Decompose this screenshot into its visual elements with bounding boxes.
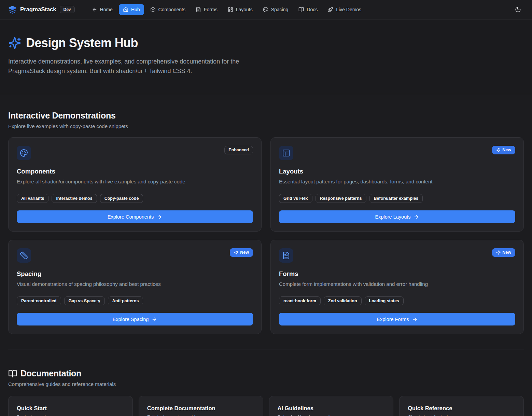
new-badge: New [492,146,515,154]
hero-section: Design System Hub Interactive demonstrat… [0,19,532,94]
card-description: Visual demonstrations of spacing philoso… [17,280,253,288]
moon-icon [515,6,521,13]
layers-logo-icon [8,5,17,14]
demo-card-grid: Enhanced Components Explore all shadcn/u… [8,137,524,334]
nav-item-components[interactable]: Components [146,4,190,15]
cta-label: Explore Layouts [375,214,411,220]
doc-card-description: Rules for AI code generation [278,414,385,416]
tag: Loading states [365,296,404,305]
card-title: Forms [279,270,515,278]
nav-label: Layouts [236,7,253,12]
doc-card-description: 5-minute crash course [17,414,124,416]
cta-label: Explore Components [108,214,154,220]
badge-label: New [502,148,511,153]
doc-card-quick-reference[interactable]: Quick Reference Cheat sheet for lookups [399,396,524,416]
brand[interactable]: PragmaStack Dev [8,5,75,14]
components-card: Enhanced Components Explore all shadcn/u… [8,137,262,232]
nav-item-live-demos[interactable]: Live Demos [324,4,365,15]
nav-label: Hub [131,7,140,12]
forms-icon-tile [279,248,293,263]
tag: Gap vs Space-y [64,296,105,305]
ruler-icon [20,251,28,260]
nav-label: Forms [204,7,218,12]
tag: Zod validation [324,296,362,305]
spacing-icon-tile [17,248,31,263]
card-title: Spacing [17,270,253,278]
tag: Copy-paste code [100,194,143,203]
file-text-icon [282,251,290,260]
cta-label: Explore Forms [377,317,409,322]
brand-name: PragmaStack [20,6,56,13]
tag: Grid vs Flex [279,194,312,203]
page-title: Design System Hub [26,36,138,50]
doc-card-title: Complete Documentation [147,405,255,412]
explore-spacing-button[interactable]: Explore Spacing [17,313,253,325]
doc-card-ai-guidelines[interactable]: AI Guidelines Rules for AI code generati… [269,396,394,416]
docs-subheading: Comprehensive guides and reference mater… [8,381,524,387]
card-tags: Grid vs Flex Responsive patterns Before/… [279,194,515,203]
dev-badge: Dev [60,6,75,13]
rocket-icon [328,7,333,12]
new-badge: New [230,248,253,257]
card-tags: All variants Interactive demos Copy-past… [17,194,253,203]
doc-card-quick-start[interactable]: Quick Start 5-minute crash course [8,396,133,416]
doc-card-title: AI Guidelines [278,405,385,412]
card-tags: Parent-controlled Gap vs Space-y Anti-pa… [17,296,253,305]
panels-top-left-icon [282,149,290,157]
doc-card-description: Cheat sheet for lookups [408,414,515,416]
docs-section: Documentation Comprehensive guides and r… [8,369,524,416]
docs-heading: Documentation [8,369,524,378]
palette-icon [20,149,28,157]
explore-components-button[interactable]: Explore Components [17,210,253,223]
nav-label: Docs [307,7,318,12]
tag: Anti-patterns [108,296,143,305]
palette-icon [263,7,268,12]
nav-label: Live Demos [336,7,361,12]
nav-item-hub[interactable]: Hub [119,4,144,15]
nav-item-forms[interactable]: Forms [192,4,222,15]
docs-heading-label: Documentation [20,369,81,378]
new-badge: New [492,248,515,257]
tag: Parent-controlled [17,296,61,305]
doc-card-complete-documentation[interactable]: Complete Documentation Full design syste… [139,396,263,416]
theme-toggle-button[interactable] [512,4,524,15]
section-divider [8,349,524,349]
hero-description: Interactive demonstrations, live example… [8,57,263,76]
tag: Interactive demos [52,194,97,203]
badge-label: New [502,250,511,255]
layout-dashboard-icon [228,7,233,12]
arrow-left-icon [92,7,97,12]
demos-heading: Interactive Demonstrations [8,111,524,121]
components-icon-tile [17,146,31,160]
doc-card-title: Quick Start [17,405,124,412]
top-navbar: PragmaStack Dev Home Hub Components Form… [0,0,532,19]
sparkles-icon [496,250,501,255]
arrow-right-icon [152,317,157,322]
card-title: Layouts [279,168,515,175]
arrow-right-icon [157,214,162,220]
explore-forms-button[interactable]: Explore Forms [279,313,515,325]
explore-layouts-button[interactable]: Explore Layouts [279,210,515,223]
card-description: Complete form implementations with valid… [279,280,515,288]
nav-label: Spacing [271,7,289,12]
nav-item-home[interactable]: Home [88,4,117,15]
forms-card: New Forms Complete form implementations … [270,240,524,334]
book-open-icon [298,7,304,12]
tag: All variants [17,194,48,203]
cta-label: Explore Spacing [113,317,149,322]
layouts-card: New Layouts Essential layout patterns fo… [270,137,524,232]
nav-item-spacing[interactable]: Spacing [259,4,293,15]
arrow-right-icon [412,317,418,322]
nav-item-docs[interactable]: Docs [294,4,322,15]
book-open-icon [8,369,17,378]
nav-item-layouts[interactable]: Layouts [224,4,257,15]
card-title: Components [17,168,253,175]
card-tags: react-hook-form Zod validation Loading s… [279,296,515,305]
enhanced-badge: Enhanced [224,146,253,154]
layouts-icon-tile [279,146,293,160]
file-text-icon [196,7,201,12]
sparkles-icon [8,37,21,50]
main-nav: Home Hub Components Forms Layouts Spacin… [88,4,366,15]
tag: Responsive patterns [316,194,366,203]
demos-subheading: Explore live examples with copy-paste co… [8,123,524,129]
